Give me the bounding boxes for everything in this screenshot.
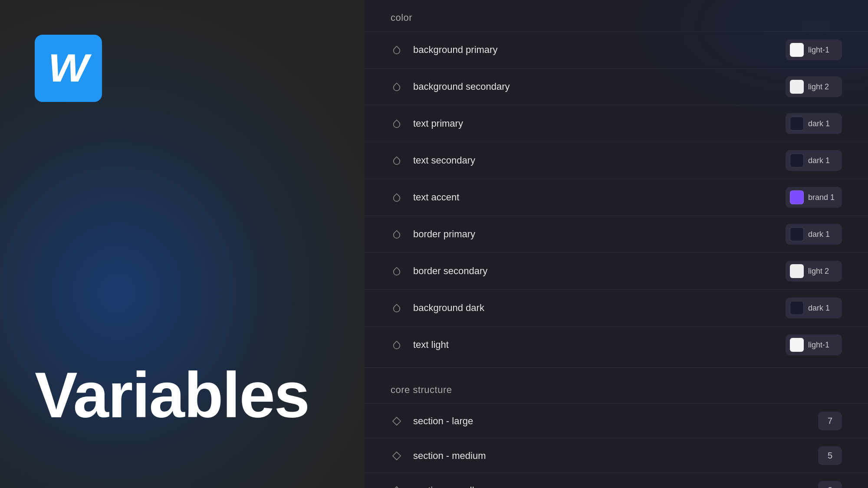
badge-label-background-secondary: light 2 xyxy=(808,82,829,92)
var-name-text-secondary: text secondary xyxy=(413,155,786,166)
section-divider xyxy=(365,367,868,368)
drop-icon-background-secondary xyxy=(391,81,403,93)
color-badge-background-dark[interactable]: dark 1 xyxy=(786,298,842,318)
color-row-background-secondary[interactable]: background secondary light 2 xyxy=(365,68,868,105)
color-badge-border-primary[interactable]: dark 1 xyxy=(786,224,842,245)
color-rows-container: background primary light-1 background se… xyxy=(365,31,868,363)
color-row-border-secondary[interactable]: border secondary light 2 xyxy=(365,252,868,289)
structure-rows-container: section - large 7 section - medium 5 sec… xyxy=(365,403,868,488)
var-name-border-primary: border primary xyxy=(413,229,786,240)
color-swatch-background-primary xyxy=(790,43,804,57)
drop-icon-text-secondary xyxy=(391,154,403,167)
number-badge-section-small: 3 xyxy=(818,481,842,488)
color-badge-text-primary[interactable]: dark 1 xyxy=(786,113,842,134)
drop-icon-text-light xyxy=(391,339,403,351)
var-name-text-light: text light xyxy=(413,339,786,350)
badge-label-text-primary: dark 1 xyxy=(808,119,830,128)
color-swatch-text-primary xyxy=(790,117,804,131)
svg-marker-0 xyxy=(393,417,401,425)
color-row-border-primary[interactable]: border primary dark 1 xyxy=(365,216,868,252)
structure-row-section-large[interactable]: section - large 7 xyxy=(365,403,868,438)
badge-label-background-primary: light-1 xyxy=(808,46,829,55)
svg-marker-2 xyxy=(393,486,401,488)
var-name-text-accent: text accent xyxy=(413,192,786,203)
logo-letter: W xyxy=(48,46,89,91)
color-badge-text-accent[interactable]: brand 1 xyxy=(786,187,842,208)
color-swatch-background-dark xyxy=(790,301,804,315)
var-name-border-secondary: border secondary xyxy=(413,265,786,277)
color-swatch-border-secondary xyxy=(790,264,804,278)
badge-label-border-secondary: light 2 xyxy=(808,267,829,276)
color-swatch-background-secondary xyxy=(790,80,804,94)
color-swatch-border-primary xyxy=(790,227,804,241)
diamond-icon-section-large xyxy=(391,415,403,427)
color-swatch-text-secondary xyxy=(790,154,804,167)
var-name-background-primary: background primary xyxy=(413,44,786,56)
logo-box: W xyxy=(35,35,102,102)
color-section-header: color xyxy=(365,0,868,31)
diamond-icon-section-medium xyxy=(391,450,403,462)
color-row-text-secondary[interactable]: text secondary dark 1 xyxy=(365,142,868,179)
badge-label-text-light: light-1 xyxy=(808,341,829,350)
color-row-text-primary[interactable]: text primary dark 1 xyxy=(365,105,868,142)
badge-label-background-dark: dark 1 xyxy=(808,304,830,313)
drop-icon-text-primary xyxy=(391,118,403,130)
color-swatch-text-light xyxy=(790,338,804,352)
color-row-text-accent[interactable]: text accent brand 1 xyxy=(365,179,868,216)
structure-row-section-small[interactable]: section - small 3 xyxy=(365,473,868,488)
color-row-text-light[interactable]: text light light-1 xyxy=(365,326,868,363)
diamond-icon-section-small xyxy=(391,485,403,488)
drop-icon-background-dark xyxy=(391,302,403,314)
right-panel: color background primary light-1 backgro… xyxy=(365,0,868,488)
color-badge-background-secondary[interactable]: light 2 xyxy=(786,76,842,97)
drop-icon-border-secondary xyxy=(391,265,403,277)
svg-marker-1 xyxy=(393,452,401,459)
structure-row-section-medium[interactable]: section - medium 5 xyxy=(365,438,868,473)
color-badge-background-primary[interactable]: light-1 xyxy=(786,39,842,60)
var-name-section-large: section - large xyxy=(413,416,818,427)
structure-section-header: core structure xyxy=(365,372,868,403)
color-badge-text-secondary[interactable]: dark 1 xyxy=(786,150,842,171)
color-row-background-primary[interactable]: background primary light-1 xyxy=(365,31,868,68)
color-badge-border-secondary[interactable]: light 2 xyxy=(786,261,842,282)
badge-label-text-secondary: dark 1 xyxy=(808,156,830,165)
color-badge-text-light[interactable]: light-1 xyxy=(786,334,842,355)
color-row-background-dark[interactable]: background dark dark 1 xyxy=(365,289,868,326)
var-name-text-primary: text primary xyxy=(413,118,786,129)
drop-icon-border-primary xyxy=(391,228,403,240)
color-swatch-text-accent xyxy=(790,190,804,204)
page-title: Variables xyxy=(35,363,321,427)
var-name-background-secondary: background secondary xyxy=(413,81,786,92)
badge-label-text-accent: brand 1 xyxy=(808,193,835,202)
var-name-section-medium: section - medium xyxy=(413,450,818,462)
drop-icon-text-accent xyxy=(391,191,403,203)
drop-icon-background-primary xyxy=(391,44,403,56)
var-name-background-dark: background dark xyxy=(413,302,786,314)
badge-label-border-primary: dark 1 xyxy=(808,230,830,239)
left-panel: W Variables xyxy=(0,0,356,488)
number-badge-section-medium: 5 xyxy=(818,446,842,465)
var-name-section-small: section - small xyxy=(413,485,818,488)
number-badge-section-large: 7 xyxy=(818,412,842,430)
